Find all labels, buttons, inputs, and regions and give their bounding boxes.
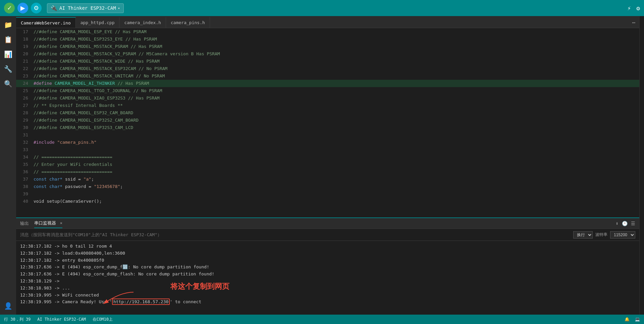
- code-line: 31: [16, 131, 639, 139]
- file-tabs: CameraWebServer.ino app_httpd.cpp camera…: [16, 16, 639, 28]
- upload-button[interactable]: ▶: [17, 3, 28, 13]
- line-number: 37: [16, 176, 32, 183]
- serial-output[interactable]: 12:38:17.182 -> ho 0 tail 12 room 412:38…: [16, 241, 639, 315]
- line-content: //#define CAMERA_MODEL_TTGO_T_JOURNAL //…: [32, 87, 639, 94]
- serial-line: 12:38:19.995 -> Camera Ready! Use 'http:…: [20, 299, 635, 306]
- line-content: //#define CAMERA_MODEL_ESP32S2_CAM_BOARD: [32, 117, 639, 124]
- autoscroll-icon[interactable]: ⬇: [616, 221, 619, 226]
- serial-input-row: 换行 波特率 115200: [16, 229, 639, 241]
- tab-serial-monitor[interactable]: 串口监视器 ×: [34, 219, 62, 228]
- toolbar-right-icons: ⚡ ⚙: [627, 5, 640, 12]
- tab-camerawebserver[interactable]: CameraWebServer.ino: [16, 17, 76, 28]
- line-number: 21: [16, 58, 32, 65]
- line-content: const char* password = "12345678";: [32, 183, 639, 190]
- toolbar: ✓ ▶ ⚙ 🔌 AI Thinker ESP32-CAM ▾ ⚡ ⚙: [0, 0, 644, 16]
- code-line: 34// ===========================: [16, 153, 639, 161]
- code-line: 25//#define CAMERA_MODEL_TTGO_T_JOURNAL …: [16, 87, 639, 94]
- clear-icon[interactable]: ☰: [631, 221, 635, 226]
- code-line: 33: [16, 146, 639, 153]
- sidebar-item-boards[interactable]: 📋: [2, 34, 14, 46]
- line-content: //#define CAMERA_MODEL_M5STACK_V2_PSRAM …: [32, 50, 639, 58]
- line-number: 38: [16, 183, 32, 190]
- sidebar-item-debug[interactable]: 🔧: [2, 63, 14, 75]
- serial-tab-close[interactable]: ×: [60, 221, 62, 225]
- left-sidebar: 📁 📋 📊 🔧 🔍 👤: [0, 16, 16, 315]
- line-content: //#define CAMERA_MODEL_M5STACK_UNITCAM /…: [32, 72, 639, 80]
- board-name-label: AI Thinker ESP32-CAM: [59, 5, 116, 11]
- baud-rate-label: 波特率: [595, 232, 607, 238]
- row-col-status: 行 30，列 39: [4, 317, 31, 322]
- line-content: //#define CAMERA_MODEL_M5STACK_PSRAM // …: [32, 43, 639, 50]
- line-number: 17: [16, 28, 32, 36]
- usb-icon: 🔌: [51, 5, 57, 11]
- serial-message-input[interactable]: [20, 232, 571, 237]
- board-status: AI Thinker ESP32-CAM: [37, 317, 86, 322]
- serial-line: 12:38:17.182 -> load:0x40080400,len:3600: [20, 250, 635, 257]
- line-content: void setup(CameraServer();: [32, 198, 639, 205]
- serial-line: 12:38:17.182 -> ho 0 tail 12 room 4: [20, 243, 635, 250]
- status-bar: 行 30，列 39 AI Thinker ESP32-CAM 在COM10上 🔔…: [0, 315, 644, 324]
- serial-line: 12:38:18.129 ->: [20, 278, 635, 285]
- system-icon[interactable]: 💻: [635, 317, 640, 322]
- code-line: 27// ** Espressif Internal Boards **: [16, 102, 639, 109]
- editor-scrollbar[interactable]: [639, 16, 644, 315]
- bottom-panel: 输出 串口监视器 × ⬇ 🕐 ☰ 换行 波特率: [16, 217, 639, 315]
- code-editor[interactable]: 17//#define CAMERA_MODEL_ESP_EYE // Has …: [16, 28, 639, 217]
- line-number: 28: [16, 109, 32, 117]
- code-line: 18//#define CAMERA_MODEL_ESP32S3_EYE // …: [16, 36, 639, 43]
- line-content: //#define CAMERA_MODEL_ESP_EYE // Has PS…: [32, 28, 639, 36]
- status-right: 🔔 💻: [625, 317, 640, 322]
- code-line: 39: [16, 190, 639, 198]
- code-line: 24#define CAMERA_MODEL_AI_THINKER // Has…: [16, 80, 639, 87]
- serial-line: 12:38:19.995 -> WiFi connected: [20, 292, 635, 299]
- tab-apphttpd[interactable]: app_httpd.cpp: [76, 17, 120, 28]
- line-number: 32: [16, 139, 32, 146]
- line-ending-select[interactable]: 换行: [573, 231, 593, 239]
- line-number: 27: [16, 102, 32, 109]
- line-content: //#define CAMERA_MODEL_XIAO_ESP32S3 // H…: [32, 94, 639, 102]
- verify-button[interactable]: ✓: [4, 3, 15, 13]
- line-number: 40: [16, 198, 32, 205]
- line-number: 39: [16, 190, 32, 198]
- line-number: 30: [16, 124, 32, 131]
- serial-controls: 换行 波特率 115200: [573, 231, 635, 239]
- port-status: 在COM10上: [93, 317, 113, 322]
- code-line: 40void setup(CameraServer();: [16, 198, 639, 205]
- line-content: // ** Espressif Internal Boards **: [32, 102, 639, 109]
- serial-line: 12:38:18.983 -> ...: [20, 285, 635, 292]
- timestamp-icon[interactable]: 🕐: [622, 221, 628, 226]
- line-number: 33: [16, 146, 32, 153]
- bottom-tabs-bar: 输出 串口监视器 × ⬇ 🕐 ☰: [16, 218, 639, 229]
- sidebar-item-folder[interactable]: 📁: [2, 19, 14, 31]
- tab-cameraindex[interactable]: camera_index.h: [119, 17, 166, 28]
- line-content: #define CAMERA_MODEL_AI_THINKER // Has P…: [32, 80, 639, 87]
- ip-address-highlight: http://192.168.57.230: [112, 299, 170, 305]
- sidebar-item-user[interactable]: 👤: [2, 300, 14, 312]
- line-number: 18: [16, 36, 32, 43]
- line-number: 24: [16, 80, 32, 87]
- line-content: //#define CAMERA_MODEL_M5STACK_WIDE // H…: [32, 58, 639, 65]
- line-content: //#define CAMERA_MODEL_ESP32S3_EYE // Ha…: [32, 36, 639, 43]
- line-number: 23: [16, 72, 32, 80]
- baud-rate-select[interactable]: 115200: [610, 231, 635, 239]
- more-tabs-button[interactable]: ⋯: [628, 17, 639, 28]
- code-line: 37const char* ssid = "a";: [16, 176, 639, 183]
- tab-output[interactable]: 输出: [20, 219, 29, 228]
- notification-icon[interactable]: 🔔: [625, 317, 630, 322]
- main-area: 📁 📋 📊 🔧 🔍 👤 CameraWebServer.ino app_http…: [0, 16, 644, 315]
- code-line: 26//#define CAMERA_MODEL_XIAO_ESP32S3 //…: [16, 94, 639, 102]
- serial-line: 12:38:17.182 -> entry 0x400805f0: [20, 257, 635, 264]
- code-line: 20//#define CAMERA_MODEL_M5STACK_V2_PSRA…: [16, 50, 639, 58]
- code-line: 35// Enter your WiFi credentials: [16, 161, 639, 168]
- tab-camerapins[interactable]: camera_pins.h: [166, 17, 210, 28]
- board-selector[interactable]: 🔌 AI Thinker ESP32-CAM ▾: [47, 3, 124, 13]
- status-left: 行 30，列 39 AI Thinker ESP32-CAM 在COM10上: [4, 317, 113, 322]
- code-line: 29//#define CAMERA_MODEL_ESP32S2_CAM_BOA…: [16, 117, 639, 124]
- sidebar-item-library[interactable]: 📊: [2, 48, 14, 60]
- serial-monitor-icon[interactable]: ⚙: [636, 5, 640, 12]
- line-number: 31: [16, 131, 32, 139]
- code-line: 32#include "camera_pins.h": [16, 139, 639, 146]
- serial-plotter-icon[interactable]: ⚡: [627, 5, 631, 12]
- debug-button[interactable]: ⚙: [31, 3, 42, 13]
- sidebar-item-search[interactable]: 🔍: [2, 78, 14, 90]
